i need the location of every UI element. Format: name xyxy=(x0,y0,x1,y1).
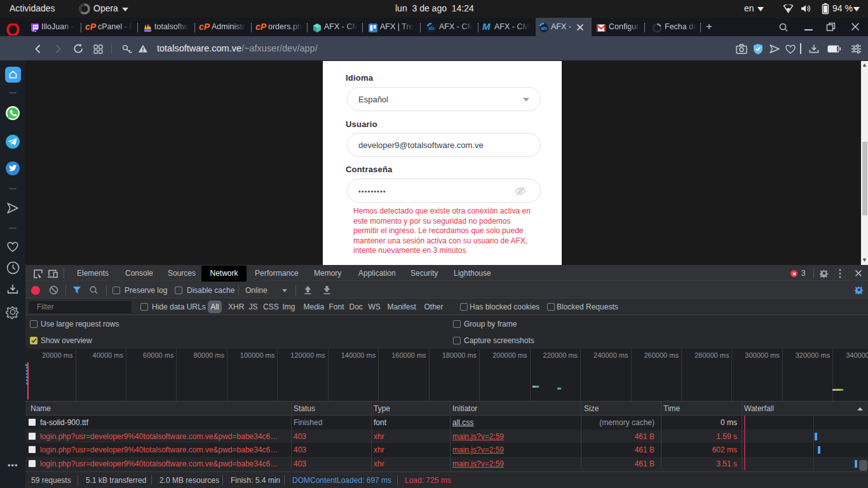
svg-text:afx: afx xyxy=(429,26,435,30)
svg-text:afx: afx xyxy=(541,26,548,30)
